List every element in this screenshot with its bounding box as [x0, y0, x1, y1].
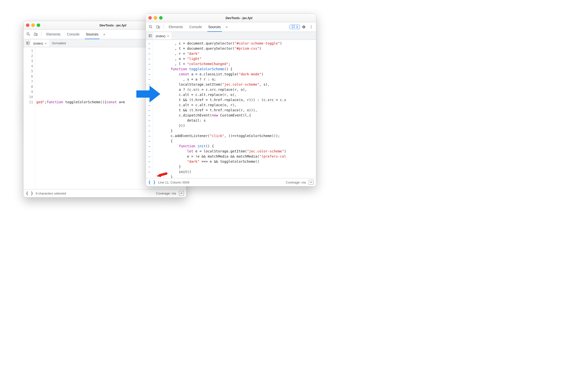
inspect-icon[interactable] — [147, 23, 154, 30]
code-line[interactable]: , t = document.querySelector("#prism-css… — [154, 46, 316, 51]
code-line[interactable]: , c = document.querySelector("#color-sch… — [154, 41, 316, 46]
line-gutter: – – – – – – – – – – – – – – – – – – – – … — [146, 40, 153, 178]
code-editor[interactable]: – – – – – – – – – – – – – – – – – – – – … — [146, 40, 316, 178]
code-line[interactable]: t && (t.href = t.href.replace(o, r))) : … — [154, 97, 316, 103]
pretty-print-button[interactable]: { } — [148, 180, 156, 184]
close-icon[interactable] — [26, 23, 29, 27]
tab-sources[interactable]: Sources — [83, 30, 101, 39]
arrow-right-icon — [136, 84, 160, 104]
issues-count: 1 — [296, 25, 298, 29]
tab-elements[interactable]: Elements — [166, 22, 186, 32]
status-bar: { } 9 characters selected Coverage: n/a — [24, 189, 186, 197]
svg-rect-5 — [157, 26, 158, 28]
code-line[interactable]: const a = e.classList.toggle("dark-mode"… — [154, 72, 316, 77]
code-content[interactable]: , c = document.querySelector("#color-sch… — [153, 40, 316, 178]
status-bar: { } Line 11, Column 3939 Coverage: n/a — [146, 178, 316, 186]
line-gutter: 1 2 3 4 5 6 7 8 9 10 11 — [24, 47, 35, 189]
file-tab-label: (index) — [156, 34, 165, 38]
traffic-lights[interactable] — [26, 23, 40, 27]
devtools-window-right: DevTools - jec.fyi/ Elements Console Sou… — [146, 13, 316, 186]
settings-icon[interactable] — [300, 23, 307, 30]
titlebar[interactable]: DevTools - jec.fyi/ — [146, 14, 316, 22]
tab-sources[interactable]: Sources — [205, 22, 224, 32]
code-line[interactable]: c.alt = c.alt.replace(r, o), — [154, 92, 316, 97]
code-line[interactable]: a ? (c.src = c.src.replace(r, o), — [154, 87, 316, 92]
svg-rect-6 — [159, 26, 160, 28]
traffic-lights[interactable] — [148, 16, 163, 20]
status-coverage: Coverage: n/a — [156, 192, 176, 195]
svg-point-9 — [311, 28, 312, 28]
code-line[interactable]: })) — [154, 123, 316, 128]
code-line[interactable]: } — [154, 164, 316, 169]
tab-elements[interactable]: Elements — [43, 30, 63, 39]
code-line[interactable]: function init() { — [154, 144, 316, 149]
issues-badge[interactable]: 1 — [290, 25, 300, 29]
code-line[interactable]: let e = localStorage.getItem("jec.color-… — [154, 149, 316, 154]
code-line[interactable]: function toggleColorScheme() { — [154, 67, 316, 72]
close-icon[interactable] — [148, 16, 152, 20]
code-line[interactable]: e = !e && matchMedia && matchMedia("(pre… — [154, 154, 316, 159]
file-tab-index[interactable]: (index) × — [31, 40, 49, 46]
stage: DevTools - jec.fyi/ Elements Console Sou… — [0, 0, 343, 220]
status-selection: 9 characters selected — [36, 192, 66, 195]
code-line[interactable]: t && (t.href = t.href.replace(r, o))), — [154, 108, 316, 113]
file-tab-label: :formatted — [51, 41, 66, 45]
close-tab-icon[interactable]: × — [167, 34, 169, 38]
code-line[interactable]: { — [154, 138, 316, 144]
svg-point-7 — [311, 25, 312, 26]
code-line[interactable]: detail: s — [154, 118, 316, 123]
code-line[interactable]: , o = "light" — [154, 56, 316, 61]
close-tab-icon[interactable]: × — [45, 42, 47, 45]
code-line[interactable]: } — [154, 174, 316, 178]
code-line[interactable]: c.alt = c.alt.replace(o, r), — [154, 103, 316, 108]
code-line[interactable]: c.dispatchEvent(new CustomEvent(l,{ — [154, 113, 316, 118]
devtools-toolbar: Elements Console Sources » 1 — [146, 22, 316, 32]
tab-console[interactable]: Console — [186, 22, 205, 32]
tab-more[interactable]: » — [102, 30, 107, 39]
code-line[interactable]: , l = "colorSchemeChanged"; — [154, 61, 316, 67]
tab-more[interactable]: » — [224, 22, 229, 32]
file-tab-strip: (index) × — [146, 32, 316, 40]
minimize-icon[interactable] — [31, 23, 35, 27]
minimize-icon[interactable] — [154, 16, 157, 20]
svg-rect-1 — [34, 33, 36, 36]
code-line[interactable]: init() — [154, 169, 316, 174]
file-tab-formatted[interactable]: :formatted — [49, 40, 68, 46]
device-toolbar-icon[interactable] — [32, 31, 39, 38]
code-line[interactable]: "dark" === e && toggleColorScheme() — [154, 159, 316, 164]
nav-pane-toggle-icon[interactable] — [147, 32, 153, 39]
code-line[interactable]: } — [154, 128, 316, 133]
zoom-icon[interactable] — [37, 23, 40, 27]
drawer-toggle-icon[interactable] — [309, 180, 314, 185]
device-toolbar-icon[interactable] — [155, 23, 162, 30]
code-line[interactable]: , r = "dark" — [154, 51, 316, 56]
zoom-icon[interactable] — [159, 16, 163, 20]
svg-rect-2 — [36, 34, 37, 35]
pretty-print-button[interactable]: { } — [26, 191, 33, 196]
inspect-icon[interactable] — [25, 31, 32, 38]
separator — [164, 24, 164, 29]
nav-pane-toggle-icon[interactable] — [25, 40, 31, 46]
status-caret: Line 11, Column 3939 — [158, 181, 189, 184]
svg-point-8 — [311, 27, 312, 27]
file-tab-label: (index) — [33, 42, 43, 45]
tab-console[interactable]: Console — [64, 30, 82, 39]
window-title: DevTools - jec.fyi/ — [165, 16, 314, 20]
file-tab-index[interactable]: (index) × — [153, 32, 171, 39]
code-line[interactable]: localStorage.setItem("jec.color-scheme",… — [154, 82, 316, 87]
code-line[interactable]: , s = a ? r : o; — [154, 77, 316, 82]
drawer-toggle-icon[interactable] — [179, 191, 184, 196]
status-coverage: Coverage: n/a — [286, 181, 306, 184]
kebab-menu-icon[interactable] — [308, 23, 315, 30]
code-line[interactable]: c.addEventListener("click", ()=>toggleCo… — [154, 133, 316, 138]
svg-marker-11 — [136, 86, 160, 103]
separator — [41, 32, 41, 37]
